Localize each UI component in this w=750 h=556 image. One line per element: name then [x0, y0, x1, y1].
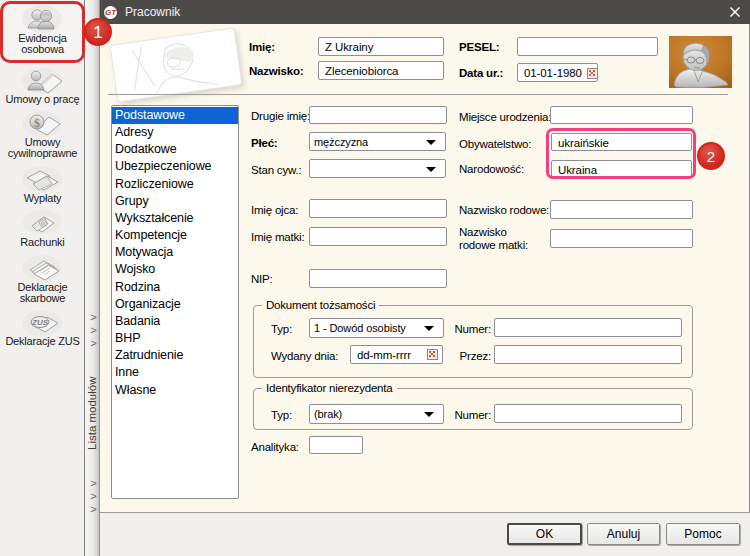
svg-text:$: $ — [34, 116, 40, 130]
svg-text:ZUS: ZUS — [31, 318, 49, 327]
